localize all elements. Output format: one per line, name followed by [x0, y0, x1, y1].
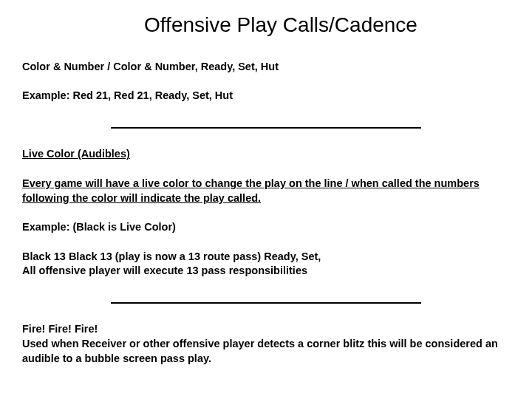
cadence-format: Color & Number / Color & Number, Ready, …	[22, 60, 510, 75]
live-color-example-line1: Black 13 Black 13 (play is now a 13 rout…	[22, 250, 510, 265]
fire-call: Fire! Fire! Fire!	[22, 322, 510, 337]
live-color-example-line2: All offensive player will execute 13 pas…	[22, 264, 510, 279]
live-color-description: Every game will have a live color to cha…	[22, 177, 510, 205]
fire-section: Fire! Fire! Fire! Used when Receiver or …	[22, 322, 510, 366]
divider	[22, 293, 510, 308]
section-heading-live-color: Live Color (Audibles)	[22, 147, 510, 162]
cadence-example: Example: Red 21, Red 21, Ready, Set, Hut	[22, 89, 510, 103]
divider	[22, 118, 510, 133]
fire-description: Used when Receiver or other offensive pl…	[22, 337, 510, 366]
page-title: Offensive Play Calls/Cadence	[22, 11, 510, 39]
live-color-example-label: Example: (Black is Live Color)	[22, 220, 510, 235]
live-color-example-body: Black 13 Black 13 (play is now a 13 rout…	[22, 250, 510, 279]
